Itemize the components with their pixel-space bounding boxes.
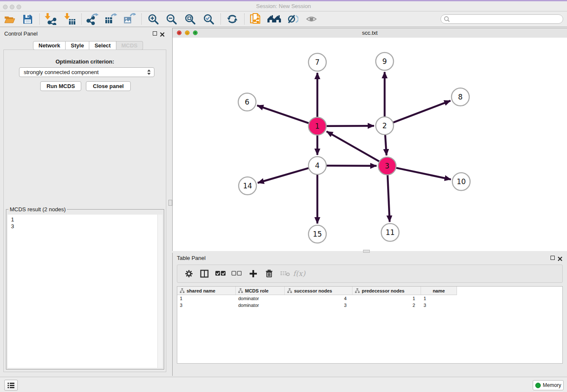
attribute-tree-icon — [287, 288, 292, 293]
app-window: Session: New Session — [0, 0, 567, 392]
zoom-fit-button[interactable] — [183, 13, 197, 25]
table-row-1[interactable]: 1dominator411 — [177, 295, 562, 302]
cell-MCDS-role: dominator — [236, 296, 285, 301]
export-table-icon — [105, 13, 117, 25]
export-image-button[interactable] — [122, 13, 137, 25]
table-settings-button[interactable] — [182, 267, 195, 280]
criterion-dropdown[interactable]: strongly connected component — [19, 67, 154, 77]
column-header-MCDS-role[interactable]: MCDS role — [236, 287, 285, 295]
float-table-panel-icon[interactable] — [550, 256, 555, 260]
toolbar-separator — [244, 14, 245, 25]
columns-icon — [200, 270, 209, 278]
float-panel-icon[interactable] — [153, 31, 157, 36]
cell-shared-name: 1 — [177, 296, 236, 301]
tab-mcds[interactable]: MCDS — [116, 41, 143, 50]
delete-row-button[interactable] — [262, 267, 276, 280]
column-header-predecessor-nodes[interactable]: predecessor nodes — [352, 287, 421, 295]
eye-icon — [306, 14, 317, 24]
add-column-button[interactable] — [246, 267, 260, 280]
mcds-result-title: MCDS result (2 nodes) — [8, 206, 67, 213]
open-folder-icon — [5, 17, 13, 19]
export-network-icon — [86, 13, 99, 25]
graph-node-label-10: 10 — [457, 177, 466, 186]
function-builder-button: f(x) — [292, 267, 306, 280]
chevron-updown-icon — [147, 69, 151, 75]
graph-edge-4-3[interactable] — [326, 166, 377, 166]
cell-name: 3 — [421, 303, 457, 308]
import-table-button[interactable] — [63, 13, 77, 25]
column-label: name — [433, 288, 445, 293]
tab-style[interactable]: Style — [66, 41, 89, 50]
list-icon — [8, 382, 14, 388]
mcds-result-list[interactable]: 1 3 — [8, 215, 162, 368]
refresh-button[interactable] — [225, 13, 239, 25]
table-row-2[interactable]: 3dominator323 — [177, 302, 562, 309]
cell-predecessor-nodes: 2 — [352, 303, 421, 308]
zoom-in-button[interactable] — [146, 13, 160, 25]
panel-splitter-grip[interactable] — [168, 200, 172, 206]
birds-eye-view-button[interactable] — [304, 13, 319, 25]
open-session-button[interactable] — [3, 13, 17, 25]
close-table-panel-icon[interactable] — [558, 255, 562, 263]
control-panel-title: Control Panel — [4, 30, 38, 37]
column-header-shared-name[interactable]: shared name — [177, 287, 236, 295]
export-table-button[interactable] — [104, 13, 118, 25]
zoom-selected-icon — [203, 14, 215, 25]
result-scrollbar[interactable] — [157, 215, 162, 368]
graph-edge-1-6[interactable] — [257, 105, 309, 123]
horizontal-splitter-grip[interactable] — [363, 250, 370, 253]
graph-node-label-4: 4 — [315, 161, 320, 170]
graph-node-label-1: 1 — [315, 122, 320, 130]
graph-edge-1-2[interactable] — [326, 126, 374, 126]
mcds-panel: Optimization criterion: strongly connect… — [3, 50, 166, 372]
zoom-selected-button[interactable] — [201, 13, 216, 25]
network-canvas[interactable]: 1234678910111415 — [173, 38, 567, 251]
export-network-button[interactable] — [85, 13, 99, 25]
hide-details-icon — [287, 14, 298, 24]
deselect-all-rows-button[interactable] — [230, 267, 243, 280]
save-session-button[interactable] — [20, 13, 35, 25]
app-title: Session: New Session — [0, 3, 567, 9]
graph-node-label-9: 9 — [383, 57, 387, 66]
graph-edge-3-1[interactable] — [327, 131, 380, 161]
graph-node-label-15: 15 — [313, 230, 322, 238]
graph-edge-2-3[interactable] — [385, 135, 386, 155]
select-all-rows-button[interactable] — [214, 267, 227, 280]
tab-select[interactable]: Select — [89, 41, 116, 50]
optimization-label: Optimization criterion: — [4, 58, 166, 65]
search-input[interactable] — [450, 15, 559, 23]
network-file-icon — [250, 13, 261, 25]
graph-edge-4-14[interactable] — [258, 168, 309, 183]
run-mcds-button[interactable]: Run MCDS — [40, 81, 81, 91]
close-panel-button[interactable]: Close panel — [86, 81, 131, 91]
memory-button[interactable]: Memory — [533, 380, 564, 390]
mcds-result-box: MCDS result (2 nodes) 1 3 — [6, 209, 164, 370]
import-network-button[interactable] — [43, 13, 58, 25]
column-label: predecessor nodes — [362, 288, 405, 293]
column-header-name[interactable]: name — [421, 287, 457, 295]
graphics-details-button[interactable] — [286, 13, 300, 25]
graph-edge-3-10[interactable] — [396, 168, 451, 179]
import-table-icon — [64, 13, 76, 25]
delete-column-icon — [280, 271, 290, 276]
graph-node-label-2: 2 — [383, 121, 387, 130]
graph-node-label-11: 11 — [385, 228, 395, 237]
tab-network[interactable]: Network — [33, 41, 66, 50]
memory-label: Memory — [543, 382, 561, 388]
graph-edge-2-8[interactable] — [393, 101, 451, 123]
nested-networks-button[interactable] — [267, 13, 281, 25]
show-columns-button[interactable] — [198, 267, 211, 280]
cell-shared-name: 3 — [177, 303, 236, 308]
zoom-out-button[interactable] — [164, 13, 179, 25]
network-window-titlebar: × − + scc.txt — [173, 28, 567, 38]
close-panel-icon[interactable] — [160, 31, 165, 39]
checked-boxes-icon — [215, 271, 226, 276]
graph-edge-3-11[interactable] — [388, 175, 390, 222]
column-header-successor-nodes[interactable]: successor nodes — [285, 287, 352, 295]
status-bar: Memory — [0, 377, 567, 392]
search-icon — [443, 16, 450, 22]
network-from-file-button[interactable] — [248, 13, 263, 25]
cell-successor-nodes: 3 — [285, 303, 352, 308]
task-history-button[interactable] — [4, 380, 18, 391]
graph-node-label-8: 8 — [458, 93, 463, 101]
